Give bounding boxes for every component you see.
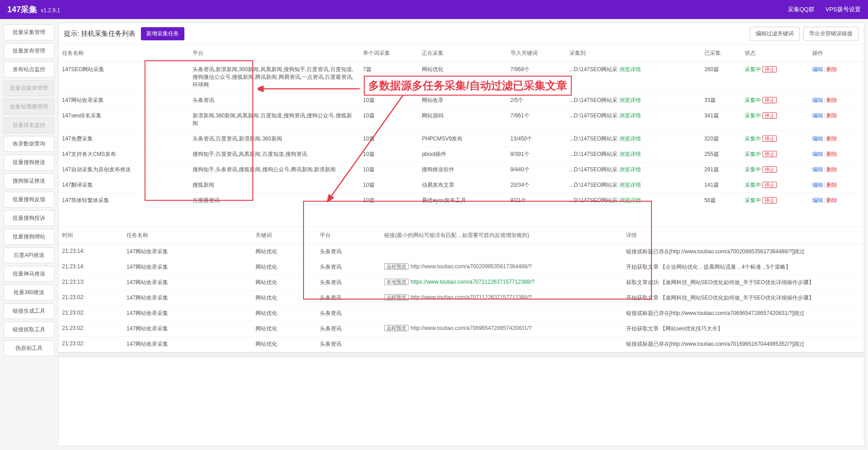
- stop-button[interactable]: 停止: [762, 166, 777, 173]
- preview-badge[interactable]: 远程预览: [384, 294, 409, 300]
- task-platform: 头条资讯: [189, 93, 360, 108]
- task-name: 147翻译采集: [58, 178, 189, 193]
- sidebar-item-0[interactable]: 批量采集管理: [4, 24, 54, 40]
- task-name: 147免费采集: [58, 131, 189, 147]
- log-url[interactable]: http://www.toutiao.com/a7071122637157712…: [410, 294, 532, 300]
- edit-button[interactable]: 编辑: [812, 112, 823, 119]
- task-collecting: 网站源码: [418, 108, 506, 131]
- sidebar-item-1[interactable]: 批量发布管理: [4, 43, 54, 59]
- log-platform: 头条资讯: [316, 260, 381, 275]
- preview-badge[interactable]: 远程预览: [384, 263, 409, 270]
- edit-button[interactable]: 编辑: [812, 97, 823, 103]
- edit-button[interactable]: 编辑: [812, 197, 823, 203]
- task-header-6: 已采集: [701, 45, 741, 62]
- delete-button[interactable]: 删除: [826, 135, 837, 142]
- horizontal-scrollbar[interactable]: [58, 352, 864, 358]
- sidebar-item-13[interactable]: 批量神马推送: [4, 266, 54, 282]
- log-keyword: 网站优化: [252, 244, 316, 260]
- log-detail: 链接或标题已存在[http://www.toutiao.com/a7016965…: [622, 337, 864, 352]
- sidebar-item-5: 批量排名监控: [4, 117, 54, 133]
- task-header-3: 正在采集: [418, 45, 506, 62]
- preview-badge[interactable]: 远程预览: [384, 325, 409, 331]
- stop-button[interactable]: 停止: [762, 66, 777, 73]
- log-task: 147网站收录采集: [123, 275, 251, 290]
- log-keyword: 网站优化: [252, 306, 316, 321]
- sidebar-item-16[interactable]: 链接抓取工具: [4, 322, 54, 338]
- header-link-vps[interactable]: VPS拨号设置: [825, 5, 861, 14]
- task-header-0: 任务名称: [58, 45, 189, 62]
- task-ops: 编辑|删除: [809, 178, 864, 193]
- edit-button[interactable]: 编辑: [812, 151, 823, 157]
- delete-button[interactable]: 删除: [826, 66, 837, 73]
- stop-button[interactable]: 停止: [762, 135, 777, 142]
- task-name: 147SEO网站采集: [58, 62, 189, 93]
- stop-button[interactable]: 停止: [762, 97, 777, 103]
- task-collecting: 动易发布文章: [418, 178, 506, 193]
- edit-button[interactable]: 编辑: [812, 135, 823, 142]
- task-ops: 编辑|删除: [809, 93, 864, 108]
- sidebar-item-9[interactable]: 批量搜狗反馈: [4, 192, 54, 208]
- sidebar-item-14[interactable]: 批量360推送: [4, 285, 54, 300]
- edit-button[interactable]: 编辑: [812, 66, 823, 73]
- delete-button[interactable]: 删除: [826, 112, 837, 119]
- browse-detail-link[interactable]: 浏览详情: [619, 197, 641, 203]
- task-ops: 编辑|删除: [809, 62, 864, 93]
- task-per-word: 10篇: [359, 147, 418, 162]
- browse-detail-link[interactable]: 浏览详情: [619, 97, 641, 103]
- log-task: 147网站收录采集: [123, 290, 251, 306]
- sidebar-item-6[interactable]: 收录数据查询: [4, 136, 54, 152]
- preview-badge[interactable]: 本地预览: [384, 279, 409, 285]
- task-ops: 编辑|删除: [809, 147, 864, 162]
- sidebar-item-2[interactable]: 发布站点监控: [4, 62, 54, 77]
- task-collecting: 易优eyou发布工具: [418, 193, 506, 208]
- sidebar-item-8[interactable]: 搜狗验证推送: [4, 173, 54, 189]
- log-task: 147网站收录采集: [123, 306, 251, 321]
- task-platform: 头条资讯,百度资讯,新浪新闻,360新闻: [189, 131, 360, 147]
- stop-button[interactable]: 停止: [762, 112, 777, 119]
- edit-button[interactable]: 编辑: [812, 166, 823, 173]
- task-keywords: 9/21个: [507, 193, 566, 208]
- sidebar-item-10[interactable]: 批量搜狗投诉: [4, 210, 54, 226]
- sidebar-item-17[interactable]: 伪原创工具: [4, 340, 54, 356]
- sidebar-item-12[interactable]: 百度API推送: [4, 247, 54, 263]
- browse-detail-link[interactable]: 浏览详情: [619, 166, 641, 173]
- browse-detail-link[interactable]: 浏览详情: [619, 182, 641, 188]
- task-status: 采集中 停止: [741, 178, 809, 193]
- task-per-word: 10篇: [359, 93, 418, 108]
- task-collecting: 网站优化: [418, 62, 506, 93]
- task-collected: 320篇: [701, 131, 741, 147]
- edit-button[interactable]: 编辑: [812, 182, 823, 188]
- log-url[interactable]: http://www.toutiao.com/a7002098535617364…: [410, 263, 532, 270]
- delete-button[interactable]: 删除: [826, 97, 837, 103]
- delete-button[interactable]: 删除: [826, 197, 837, 203]
- browse-detail-link[interactable]: 浏览详情: [619, 112, 641, 119]
- task-row: 147翻译采集搜狐新闻10篇动易发布文章20/34个...D:\147SEO网站…: [58, 178, 864, 193]
- header-link-qq[interactable]: 采集QQ群: [788, 5, 815, 14]
- stop-button[interactable]: 停止: [762, 197, 777, 203]
- task-collected: 260篇: [701, 62, 741, 93]
- edit-filter-button[interactable]: 编辑过滤关键词: [750, 27, 800, 41]
- log-row: 21:23:14:147网站收录采集网站优化头条资讯远程预览http://www…: [58, 260, 864, 275]
- log-keyword: 网站优化: [252, 275, 316, 290]
- stop-button[interactable]: 停止: [762, 182, 777, 188]
- delete-button[interactable]: 删除: [826, 166, 837, 173]
- browse-detail-link[interactable]: 浏览详情: [619, 151, 641, 157]
- sidebar-item-11[interactable]: 批量搜狗绑站: [4, 229, 54, 245]
- log-task: 147网站收录采集: [123, 337, 251, 352]
- log-url[interactable]: http://www.toutiao.com/a7069654728657420…: [410, 325, 532, 331]
- delete-button[interactable]: 删除: [826, 182, 837, 188]
- log-link: [381, 337, 622, 352]
- toolbar-title: 提示: 挂机采集任务列表: [64, 29, 135, 38]
- log-detail: 获取文章成功 【途网科技_网站SEO优化如何做_关于SEO优化详细操作步骤】: [622, 275, 864, 290]
- export-errors-button[interactable]: 导出全部错误链接: [803, 27, 858, 41]
- stop-button[interactable]: 停止: [762, 151, 777, 157]
- browse-detail-link[interactable]: 浏览详情: [619, 66, 641, 73]
- log-url[interactable]: https://www.toutiao.com/a707112263715771…: [410, 279, 535, 285]
- delete-button[interactable]: 删除: [826, 151, 837, 157]
- sidebar-item-7[interactable]: 批量搜狗推送: [4, 155, 54, 170]
- browse-detail-link[interactable]: 浏览详情: [619, 135, 641, 142]
- new-task-button[interactable]: 新增采集任务: [141, 27, 184, 40]
- task-dest: ...D:\147SEO网站采 浏览详情: [566, 93, 701, 108]
- task-row: 147seo排名采集新浪新闻,360新闻,凤凰新闻,百度知道,搜狗资讯,搜狗公众…: [58, 108, 864, 131]
- sidebar-item-15[interactable]: 链接生成工具: [4, 303, 54, 319]
